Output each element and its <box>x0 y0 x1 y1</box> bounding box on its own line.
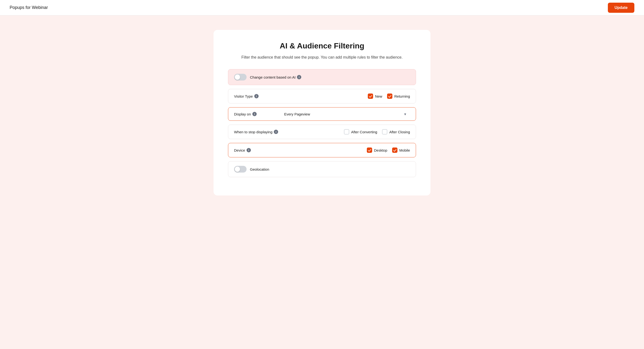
header: Popups for Webinar Update <box>0 0 644 16</box>
geolocation-toggle-thumb <box>235 166 240 172</box>
visitor-type-label: Visitor Type i <box>234 94 282 98</box>
visitor-type-info-icon[interactable]: i <box>254 94 258 98</box>
device-info-icon[interactable]: i <box>246 148 251 152</box>
display-on-label: Display on i <box>234 112 282 116</box>
after-converting-checkbox[interactable] <box>344 129 349 134</box>
header-title: Popups for Webinar <box>10 5 48 10</box>
desktop-label: Desktop <box>374 148 387 152</box>
mobile-checkbox[interactable] <box>392 148 398 153</box>
mobile-label: Mobile <box>399 148 410 152</box>
display-on-value: Every Pageview <box>284 112 310 116</box>
returning-visitor-label: Returning <box>394 94 410 98</box>
after-closing-label: After Closing <box>389 130 410 134</box>
display-on-info-icon[interactable]: i <box>252 112 257 116</box>
display-on-chevron-icon: ▾ <box>403 112 407 116</box>
after-closing-checkbox-label[interactable]: After Closing <box>382 129 410 134</box>
new-visitor-checkbox-label[interactable]: New <box>368 94 382 99</box>
after-closing-checkbox[interactable] <box>382 129 387 134</box>
visitor-type-controls: New Returning <box>368 94 410 99</box>
card-subtitle: Filter the audience that should see the … <box>228 55 416 60</box>
ai-info-icon[interactable]: i <box>297 75 301 79</box>
desktop-checkbox[interactable] <box>367 148 372 153</box>
ai-toggle-thumb <box>235 74 240 80</box>
desktop-checkbox-label[interactable]: Desktop <box>367 148 387 153</box>
new-visitor-label: New <box>375 94 382 98</box>
ai-toggle-track <box>234 74 246 80</box>
ai-toggle-wrapper: Change content based on AI i <box>234 74 301 80</box>
update-button[interactable]: Update <box>608 3 634 13</box>
after-converting-label: After Converting <box>351 130 377 134</box>
visitor-type-row: Visitor Type i New Returning <box>228 89 416 104</box>
ai-change-row: Change content based on AI i <box>228 69 416 85</box>
display-on-select[interactable]: Every Pageview ▾ <box>282 112 410 116</box>
returning-visitor-checkbox-label[interactable]: Returning <box>387 94 410 99</box>
display-on-row: Display on i Every Pageview ▾ <box>228 107 416 121</box>
stop-displaying-label: When to stop displaying i <box>234 130 302 134</box>
stop-displaying-info-icon[interactable]: i <box>274 130 278 134</box>
card-title: AI & Audience Filtering <box>228 42 416 50</box>
device-row: Device i Desktop Mobile <box>228 143 416 158</box>
geolocation-toggle-wrapper: Geolocation <box>234 166 269 172</box>
after-converting-checkbox-label[interactable]: After Converting <box>344 129 377 134</box>
stop-displaying-row: When to stop displaying i After Converti… <box>228 124 416 139</box>
geolocation-row: Geolocation <box>228 161 416 177</box>
stop-displaying-controls: After Converting After Closing <box>344 129 410 134</box>
device-label: Device i <box>234 148 282 152</box>
device-controls: Desktop Mobile <box>367 148 410 153</box>
settings-card: AI & Audience Filtering Filter the audie… <box>214 30 430 196</box>
geolocation-toggle[interactable] <box>234 166 246 172</box>
returning-visitor-checkbox[interactable] <box>387 94 392 99</box>
mobile-checkbox-label[interactable]: Mobile <box>392 148 410 153</box>
geolocation-label: Geolocation <box>250 167 269 171</box>
ai-toggle[interactable] <box>234 74 246 80</box>
ai-change-label: Change content based on AI i <box>250 75 301 79</box>
geolocation-toggle-track <box>234 166 246 172</box>
main-content: AI & Audience Filtering Filter the audie… <box>0 16 644 210</box>
new-visitor-checkbox[interactable] <box>368 94 373 99</box>
